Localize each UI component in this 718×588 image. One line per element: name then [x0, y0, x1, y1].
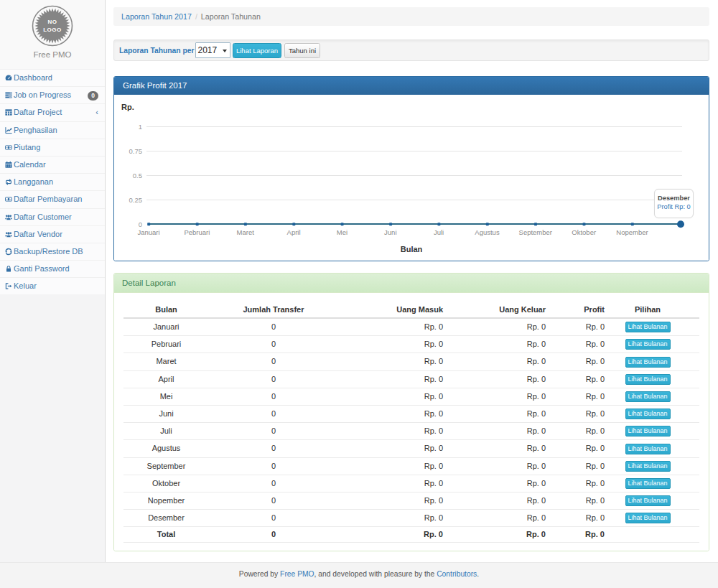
svg-text:0.5: 0.5 — [133, 172, 142, 179]
svg-text:Bulan: Bulan — [401, 245, 423, 253]
svg-text:Pebruari: Pebruari — [184, 228, 210, 236]
svg-text:September: September — [519, 228, 552, 236]
svg-text:1: 1 — [139, 123, 142, 131]
svg-text:Nopember: Nopember — [616, 228, 648, 236]
svg-text:Oktober: Oktober — [572, 228, 596, 236]
svg-text:0.75: 0.75 — [129, 147, 143, 155]
svg-text:LOGO: LOGO — [43, 27, 62, 33]
svg-text:Mei: Mei — [337, 228, 348, 236]
svg-text:Juni: Juni — [384, 228, 396, 236]
svg-text:Maret: Maret — [237, 228, 255, 236]
svg-text:NO: NO — [48, 19, 57, 25]
svg-text:April: April — [287, 228, 301, 236]
svg-text:Januari: Januari — [137, 228, 159, 236]
svg-text:0.25: 0.25 — [129, 196, 143, 204]
svg-text:0: 0 — [139, 220, 142, 228]
svg-text:Juli: Juli — [434, 228, 444, 236]
svg-text:Agustus: Agustus — [475, 228, 500, 236]
